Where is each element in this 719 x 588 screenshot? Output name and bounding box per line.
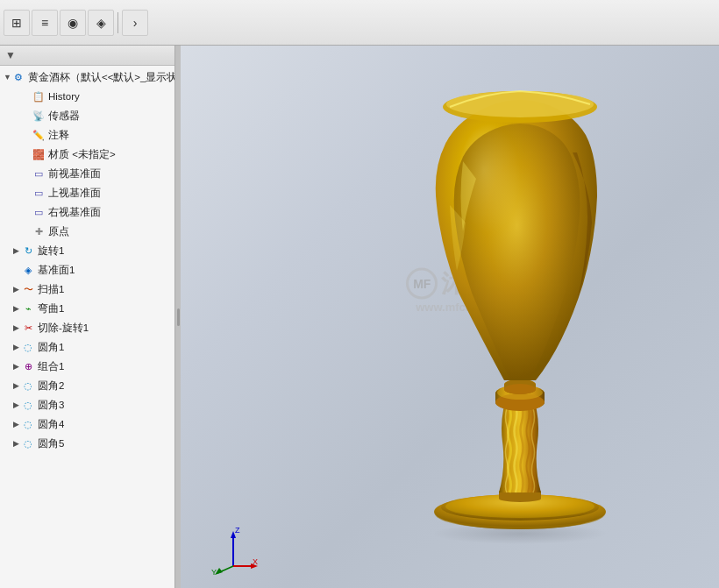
- tree-item-fillet1[interactable]: ▶◌圆角1: [0, 337, 174, 357]
- item-icon-fillet: ◌: [21, 398, 35, 412]
- item-label: 弯曲1: [38, 301, 64, 316]
- goblet-svg: [380, 47, 660, 547]
- root-icon: ⚙: [11, 70, 25, 84]
- item-label: 组合1: [38, 358, 64, 374]
- item-label: 圆角2: [38, 378, 64, 393]
- item-label: 右视基准面: [48, 204, 101, 220]
- item-arrow: ▶: [11, 400, 21, 410]
- toolbar-more-icon[interactable]: ›: [122, 10, 148, 36]
- item-label: 圆角3: [38, 397, 64, 413]
- main-container: ▼ ▼ ⚙ 黄金酒杯（默认<<默认>_显示状态 1>） 📋History📡传感器…: [0, 46, 719, 588]
- item-label: 圆角4: [38, 416, 64, 432]
- item-icon-plane: ▭: [32, 205, 46, 219]
- tree-item-right-plane[interactable]: ▭右视基准面: [0, 202, 174, 222]
- svg-text:X: X: [253, 557, 258, 566]
- tree-item-history[interactable]: 📋History: [0, 87, 174, 106]
- item-icon-origin: ✚: [32, 224, 46, 238]
- tree-item-revolve1[interactable]: ▶↻旋转1: [0, 241, 174, 260]
- toolbar-grid-icon[interactable]: ⊞: [4, 10, 30, 36]
- tree-root-item[interactable]: ▼ ⚙ 黄金酒杯（默认<<默认>_显示状态 1>）: [0, 67, 174, 87]
- item-label: 扫描1: [38, 281, 64, 297]
- item-label: 圆角1: [38, 339, 64, 355]
- tree-item-fillet5[interactable]: ▶◌圆角5: [0, 434, 174, 453]
- item-icon-cut: ✂: [21, 321, 35, 335]
- toolbar-circle-icon[interactable]: ◉: [60, 10, 86, 36]
- tree-items-container: 📋History📡传感器✏️注释🧱材质 <未指定>▭前视基准面▭上视基准面▭右视…: [0, 87, 174, 453]
- item-arrow: ▶: [11, 438, 21, 449]
- svg-point-9: [504, 384, 536, 394]
- item-label: 材质 <未指定>: [48, 146, 116, 162]
- tree-item-deform1[interactable]: ▶⌁弯曲1: [0, 299, 174, 318]
- 3d-viewport[interactable]: MF 沐风网 www.mfcad.com: [181, 46, 719, 588]
- item-label: 基准面1: [38, 262, 75, 278]
- svg-point-11: [446, 91, 594, 117]
- root-label: 黄金酒杯（默认<<默认>_显示状态 1>）: [28, 69, 174, 85]
- item-label: 原点: [48, 223, 69, 239]
- tree-item-front-plane[interactable]: ▭前视基准面: [0, 164, 174, 183]
- toolbar-sep: [117, 12, 118, 33]
- item-icon-fillet: ◌: [21, 340, 35, 354]
- filter-icon: ▼: [5, 49, 16, 61]
- item-icon-sketch: ◈: [21, 263, 35, 277]
- tree-item-cutrev1[interactable]: ▶✂切除-旋转1: [0, 318, 174, 337]
- tree-item-sweep1[interactable]: ▶〜扫描1: [0, 280, 174, 299]
- tree-item-fillet2[interactable]: ▶◌圆角2: [0, 376, 174, 395]
- tree-item-origin[interactable]: ✚原点: [0, 222, 174, 241]
- item-label: 圆角5: [38, 436, 64, 451]
- item-icon-deform: ⌁: [21, 301, 35, 315]
- tree-item-sketch1[interactable]: ◈基准面1: [0, 260, 174, 280]
- item-label: History: [48, 89, 80, 104]
- goblet-model: [321, 50, 719, 544]
- item-icon-sensor: 📡: [32, 109, 46, 123]
- svg-text:Z: Z: [235, 526, 240, 535]
- item-icon-material: 🧱: [32, 147, 46, 161]
- tree-item-top-plane[interactable]: ▭上视基准面: [0, 183, 174, 202]
- item-arrow: ▶: [11, 380, 21, 391]
- item-arrow: ▶: [11, 303, 21, 314]
- sidebar-header: ▼: [0, 46, 174, 66]
- axis-indicator: Z X Y: [207, 522, 260, 575]
- tree-item-combine1[interactable]: ▶⊕组合1: [0, 357, 174, 376]
- item-arrow: ▶: [11, 284, 21, 294]
- item-icon-plane: ▭: [32, 186, 46, 200]
- item-icon-revolve: ↻: [21, 244, 35, 258]
- item-label: 旋转1: [38, 243, 64, 259]
- tree-item-fillet4[interactable]: ▶◌圆角4: [0, 414, 174, 434]
- tree-item-annotations[interactable]: ✏️注释: [0, 125, 174, 145]
- svg-text:Y: Y: [211, 568, 217, 575]
- item-arrow: ▶: [11, 419, 21, 429]
- item-label: 上视基准面: [48, 185, 101, 201]
- item-icon-history: 📋: [32, 89, 46, 103]
- item-icon-fillet: ◌: [21, 379, 35, 393]
- item-icon-fillet: ◌: [21, 417, 35, 431]
- feature-tree-sidebar: ▼ ▼ ⚙ 黄金酒杯（默认<<默认>_显示状态 1>） 📋History📡传感器…: [0, 46, 175, 588]
- item-icon-annotation: ✏️: [32, 128, 46, 142]
- splitter-handle: [177, 308, 180, 326]
- root-arrow: ▼: [4, 72, 11, 82]
- toolbar-diamond-icon[interactable]: ◈: [88, 10, 114, 36]
- item-arrow: ▶: [11, 342, 21, 352]
- tree-item-sensors[interactable]: 📡传感器: [0, 106, 174, 125]
- toolbar-layers-icon[interactable]: ≡: [32, 10, 58, 36]
- item-label: 前视基准面: [48, 166, 101, 181]
- item-arrow: ▶: [11, 245, 21, 256]
- tree-item-material[interactable]: 🧱材质 <未指定>: [0, 145, 174, 164]
- item-arrow: ▶: [11, 322, 21, 333]
- item-icon-fillet: ◌: [21, 436, 35, 450]
- item-icon-combine: ⊕: [21, 359, 35, 373]
- tree-item-fillet3[interactable]: ▶◌圆角3: [0, 395, 174, 414]
- feature-tree: ▼ ⚙ 黄金酒杯（默认<<默认>_显示状态 1>） 📋History📡传感器✏️…: [0, 66, 174, 588]
- item-label: 切除-旋转1: [38, 320, 89, 336]
- item-icon-sweep: 〜: [21, 282, 35, 296]
- toolbar: ⊞ ≡ ◉ ◈ ›: [0, 0, 719, 46]
- item-label: 注释: [48, 127, 69, 143]
- item-arrow: ▶: [11, 361, 21, 372]
- item-icon-plane: ▭: [32, 166, 46, 181]
- item-label: 传感器: [48, 108, 80, 124]
